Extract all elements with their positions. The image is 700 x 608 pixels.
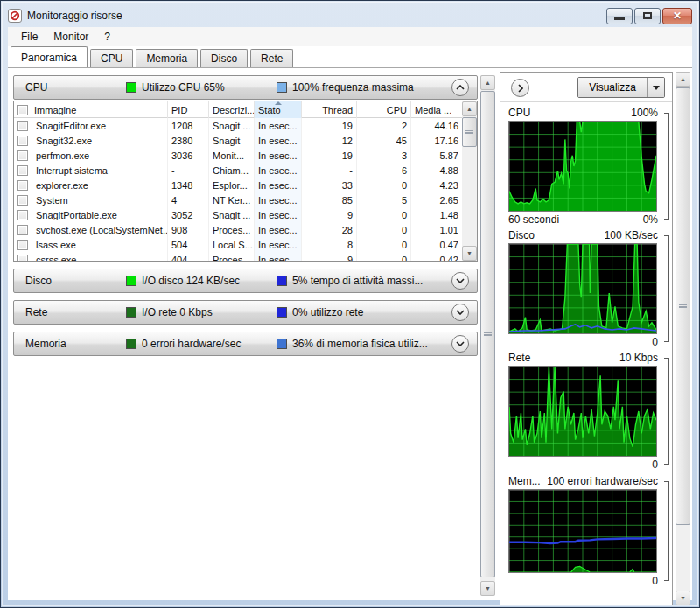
close-button[interactable]: ✕: [662, 8, 692, 24]
process-name: csrss.exe: [34, 255, 76, 262]
scrollbar-grip-icon: [466, 130, 473, 134]
tab-disco[interactable]: Disco: [200, 49, 248, 67]
table-row[interactable]: svchost.exe (LocalSystemNet...908Proces.…: [14, 222, 477, 237]
menu-item-help[interactable]: ?: [96, 29, 118, 45]
row-checkbox[interactable]: [18, 255, 28, 262]
cell-stato: In esec...: [255, 237, 302, 252]
table-row[interactable]: explorer.exe1348Esplor...In esec...3304.…: [14, 178, 477, 192]
select-all-checkbox[interactable]: [18, 105, 28, 115]
cell-descrizione: Snagit ...: [209, 118, 255, 133]
process-name: Snagit32.exe: [34, 136, 92, 146]
cell-descrizione: Proces...: [209, 222, 255, 237]
table-scroll-down-button[interactable]: ▼: [462, 246, 477, 261]
memoria-errori-color-icon: [126, 339, 136, 349]
cpu-section-bar[interactable]: CPU Utilizzo CPU 65% 100% frequenza mass…: [13, 75, 478, 100]
column-header-stato[interactable]: Stato: [255, 101, 302, 118]
column-header-cpu[interactable]: CPU: [357, 101, 411, 118]
left-scrollbar-thumb[interactable]: [480, 91, 495, 577]
maximize-button[interactable]: [634, 8, 661, 24]
left-scroll-down-button[interactable]: ▼: [480, 581, 495, 596]
column-header-pid[interactable]: PID: [168, 101, 209, 118]
row-checkbox[interactable]: [18, 225, 28, 235]
rete-expand-button[interactable]: [452, 304, 469, 321]
tab-panoramica[interactable]: Panoramica: [10, 46, 88, 67]
table-row[interactable]: perfmon.exe3036Monit...In esec...1935.87: [14, 148, 477, 163]
column-header-media[interactable]: Media ...: [411, 101, 463, 118]
cell-thread: 33: [302, 178, 357, 192]
page-scrollbar[interactable]: ▲ ▼: [676, 72, 690, 605]
cell-cpu: 0: [357, 237, 411, 252]
cell-media: 5.87: [411, 148, 463, 163]
column-header-immagine[interactable]: Immagine: [14, 101, 168, 118]
cpu-usage-legend: Utilizzo CPU 65%: [126, 81, 276, 94]
page-scrollbar-thumb[interactable]: [676, 87, 690, 525]
process-name: System: [34, 195, 68, 206]
column-header-descrizione[interactable]: Descrizi...: [209, 101, 255, 118]
page-scroll-up-button[interactable]: ▲: [676, 72, 690, 87]
table-row[interactable]: SnagitEditor.exe1208Snagit ...In esec...…: [14, 118, 477, 133]
memoria-fisica-legend: 36% di memoria fisica utiliz...: [276, 338, 452, 350]
page-panoramica: CPU Utilizzo CPU 65% 100% frequenza mass…: [8, 67, 692, 600]
row-checkbox[interactable]: [18, 136, 28, 146]
scale-bracket: [664, 235, 668, 342]
cell-descrizione: Monit...: [209, 148, 255, 163]
tab-memoria[interactable]: Memoria: [136, 49, 198, 67]
process-name: SnagitPortable.exe: [34, 210, 117, 220]
memoria-expand-button[interactable]: [452, 335, 469, 353]
rete-io-legend-label: I/O rete 0 Kbps: [142, 306, 213, 318]
cell-pid: 404: [168, 252, 209, 261]
disco-activity-legend-label: 5% tempo di attività massi...: [292, 275, 423, 287]
page-scroll-down-button[interactable]: ▼: [676, 591, 690, 605]
panel-collapse-button[interactable]: [511, 79, 529, 97]
row-checkbox[interactable]: [18, 210, 28, 220]
cell-immagine: Interrupt sistema: [14, 163, 168, 178]
memoria-fisica-legend-label: 36% di memoria fisica utiliz...: [292, 338, 428, 350]
disco-section-bar[interactable]: Disco I/O disco 124 KB/sec 5% tempo di a…: [13, 269, 478, 293]
menu-item-file[interactable]: File: [13, 29, 46, 45]
cpu-collapse-button[interactable]: [452, 79, 469, 96]
tab-rete[interactable]: Rete: [250, 49, 293, 67]
table-row[interactable]: Snagit32.exe2380SnagitIn esec...124517.1…: [14, 133, 477, 148]
process-table-header: Immagine PID Descrizi... Stato Thread CP…: [14, 101, 477, 118]
cell-media: 4.88: [411, 163, 463, 178]
process-name: perfmon.exe: [34, 150, 89, 161]
row-checkbox[interactable]: [18, 165, 28, 176]
cell-descrizione: Snagit: [209, 133, 255, 148]
disco-expand-button[interactable]: [452, 272, 469, 290]
row-checkbox[interactable]: [18, 240, 28, 250]
rete-graph-title: Rete: [508, 352, 530, 364]
visualizza-button-label[interactable]: Visualizza: [578, 78, 647, 97]
disco-io-color-icon: [126, 276, 136, 286]
visualizza-dropdown-arrow[interactable]: [647, 78, 664, 97]
table-row[interactable]: lsass.exe504Local S...In esec...800.47: [14, 237, 477, 252]
table-row[interactable]: SnagitPortable.exe3052Snagit ...In esec.…: [14, 207, 477, 222]
memoria-graph: [508, 489, 657, 573]
cpu-frequency-color-icon: [276, 82, 287, 93]
menu-item-monitor[interactable]: Monitor: [46, 29, 96, 45]
table-scrollbar-thumb[interactable]: [462, 117, 477, 147]
cell-immagine: SnagitPortable.exe: [14, 207, 168, 222]
table-row[interactable]: Interrupt sistema-Chiam...In esec...-64.…: [14, 163, 477, 178]
table-row[interactable]: System4NT Ker...In esec...8552.65: [14, 192, 477, 207]
tab-cpu[interactable]: CPU: [90, 49, 133, 67]
row-checkbox[interactable]: [18, 195, 28, 206]
visualizza-button[interactable]: Visualizza: [578, 77, 665, 98]
left-panel-scrollbar[interactable]: ▲ ▼: [480, 75, 495, 596]
cell-pid: 4: [168, 192, 209, 207]
disco-graph-block: Disco100 KB/sec 0: [508, 227, 668, 350]
row-checkbox[interactable]: [18, 180, 28, 191]
table-row[interactable]: csrss.exe404Proces...In esec...900.42: [14, 252, 477, 261]
column-header-thread[interactable]: Thread: [302, 101, 357, 118]
minimize-button[interactable]: [606, 8, 633, 24]
table-scroll-up-button[interactable]: ▲: [462, 101, 477, 116]
memoria-section-bar[interactable]: Memoria 0 errori hardware/sec 36% di mem…: [13, 332, 478, 356]
cell-immagine: Snagit32.exe: [14, 133, 168, 148]
left-scroll-up-button[interactable]: ▲: [480, 75, 495, 90]
table-scrollbar[interactable]: ▲ ▼: [462, 101, 477, 261]
rete-section-bar[interactable]: Rete I/O rete 0 Kbps 0% utilizzo rete: [13, 300, 478, 325]
scrollbar-grip-icon: [484, 332, 492, 336]
row-checkbox[interactable]: [18, 121, 28, 131]
rete-graph-block: Rete10 Kbps 0: [508, 350, 668, 472]
cell-descrizione: Proces...: [209, 252, 255, 261]
row-checkbox[interactable]: [18, 150, 28, 161]
